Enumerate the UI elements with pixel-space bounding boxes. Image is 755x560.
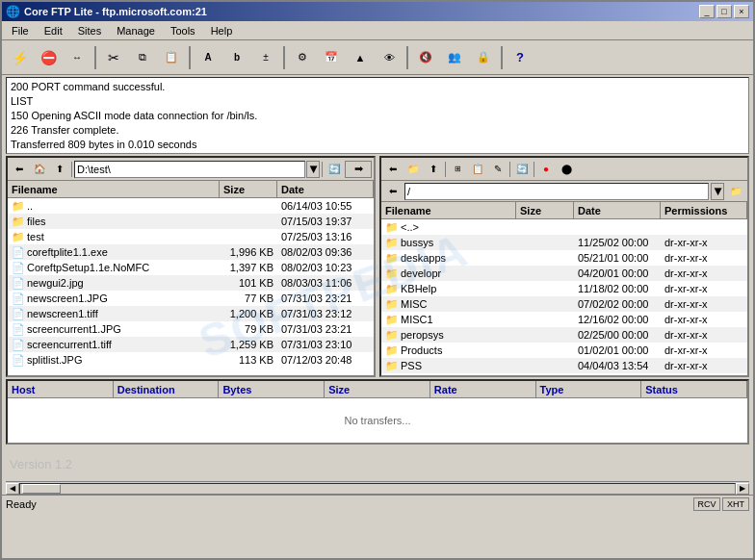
- left-path-input[interactable]: [74, 161, 305, 178]
- right-col-date[interactable]: Date: [574, 202, 661, 218]
- left-col-size[interactable]: Size: [220, 181, 277, 197]
- left-file-row[interactable]: 📄screencurrent1.tiff 1,259 KB 07/31/03 2…: [8, 337, 374, 352]
- toolbar-connect[interactable]: ⚡: [6, 44, 33, 71]
- transfer-col-rate[interactable]: Rate: [430, 381, 536, 397]
- title-bar: 🌐 Core FTP Lite - ftp.microsoft.com:21 _…: [2, 2, 753, 21]
- right-file-row[interactable]: 📁bussys 11/25/02 00:00 dr-xr-xr-x: [381, 235, 747, 250]
- close-button[interactable]: ×: [734, 5, 749, 18]
- right-file-row[interactable]: 📁peropsys 02/25/00 00:00 dr-xr-xr-x: [381, 327, 747, 343]
- right-file-row[interactable]: 📁Products 01/02/01 00:00 dr-xr-xr-x: [381, 343, 747, 358]
- toolbar-help[interactable]: ?: [507, 44, 534, 71]
- menu-file[interactable]: File: [6, 23, 35, 38]
- scrollbar-right[interactable]: ▶: [736, 483, 749, 495]
- right-file-row[interactable]: 📁ResKit 09/21/00 00:00 dr-xr-xr-x: [381, 373, 747, 375]
- right-path-input[interactable]: [404, 183, 709, 200]
- toolbar-ascii[interactable]: A: [195, 44, 221, 71]
- right-path-back[interactable]: ⬅: [383, 183, 403, 200]
- transfer-col-host[interactable]: Host: [8, 381, 114, 397]
- status-xht-button[interactable]: XHT: [722, 497, 749, 511]
- minimize-button[interactable]: _: [699, 5, 715, 18]
- left-file-row[interactable]: 📄coreftplite1.1.exe 1,996 KB 08/02/03 09…: [8, 244, 374, 260]
- menu-help[interactable]: Help: [205, 23, 239, 38]
- toolbar-mute[interactable]: 🔇: [412, 44, 439, 71]
- right-file-row[interactable]: 📁MISC 07/02/02 00:00 dr-xr-xr-x: [381, 296, 747, 312]
- right-col-perms[interactable]: Permissions: [661, 202, 747, 218]
- right-file-list[interactable]: 📁<..> 📁bussys 11/25/02 00:00 dr-xr-xr-x …: [381, 219, 747, 375]
- toolbar-view[interactable]: 👁: [376, 44, 403, 71]
- right-folder-icon[interactable]: 📁: [726, 183, 745, 200]
- right-btn4[interactable]: ✎: [488, 161, 508, 178]
- transfer-col-bytes[interactable]: Bytes: [219, 381, 325, 397]
- left-file-row[interactable]: 📄newscreen1.JPG 77 KB 07/31/03 23:21: [8, 291, 374, 306]
- main-toolbar: ⚡ ⛔ ↔ ✂ ⧉ 📋 A b ± ⚙ 📅 ▲ 👁 🔇 👥 🔒 ?: [2, 40, 753, 75]
- file-perms: dr-xr-xr-x: [661, 298, 747, 310]
- left-home-button[interactable]: 🏠: [30, 161, 49, 178]
- menu-manage[interactable]: Manage: [111, 23, 161, 38]
- right-btn5[interactable]: ●: [536, 161, 556, 178]
- menu-edit[interactable]: Edit: [39, 23, 68, 38]
- file-name: 📄screencurrent1.JPG: [8, 323, 220, 336]
- toolbar-users[interactable]: 👥: [441, 44, 468, 71]
- scrollbar-left[interactable]: ◀: [6, 483, 19, 495]
- toolbar-lock[interactable]: 🔒: [470, 44, 497, 71]
- right-back-button[interactable]: ⬅: [383, 161, 403, 178]
- toolbar-schedule[interactable]: 📅: [318, 44, 345, 71]
- right-path-dropdown[interactable]: ▼: [711, 183, 724, 200]
- right-folder-button[interactable]: 📁: [404, 161, 423, 178]
- left-col-date[interactable]: Date: [277, 181, 374, 197]
- transfer-col-dest[interactable]: Destination: [114, 381, 220, 397]
- left-up-button[interactable]: ⬆: [50, 161, 69, 178]
- transfer-col-size[interactable]: Size: [325, 381, 430, 397]
- right-file-row[interactable]: 📁PSS 04/04/03 13:54 dr-xr-xr-x: [381, 358, 747, 373]
- right-btn3[interactable]: 📋: [468, 161, 487, 178]
- left-file-row[interactable]: 📄screencurrent1.JPG 79 KB 07/31/03 23:21: [8, 321, 374, 337]
- transfer-col-status[interactable]: Status: [641, 381, 747, 397]
- right-refresh-button[interactable]: 🔄: [512, 161, 532, 178]
- left-file-row[interactable]: 📁files 07/15/03 19:37: [8, 214, 374, 229]
- right-file-row[interactable]: 📁KBHelp 11/18/02 00:00 dr-xr-xr-x: [381, 281, 747, 296]
- right-col-filename[interactable]: Filename: [381, 202, 516, 218]
- toolbar-paste[interactable]: 📋: [158, 44, 185, 71]
- left-file-row[interactable]: 📄newgui2.jpg 101 KB 08/03/03 11:06: [8, 275, 374, 291]
- left-path-dropdown[interactable]: ▼: [306, 161, 320, 178]
- toolbar-auto[interactable]: ±: [252, 44, 279, 71]
- left-file-row[interactable]: 📁.. 06/14/03 10:55: [8, 198, 374, 214]
- right-file-row[interactable]: 📁MISC1 12/16/02 00:00 dr-xr-xr-x: [381, 312, 747, 327]
- file-date: 08/02/03 09:36: [277, 246, 374, 258]
- left-file-row[interactable]: 📄newscreen1.tiff 1,200 KB 07/31/03 23:12: [8, 306, 374, 321]
- right-btn2[interactable]: ⊞: [448, 161, 467, 178]
- right-btn6[interactable]: ⬤: [557, 161, 576, 178]
- log-line-4: 226 Transfer complete.: [11, 123, 744, 138]
- right-file-row[interactable]: 📁<..>: [381, 219, 747, 235]
- left-file-row[interactable]: 📄CoreftpSetup1.1e.NoMFC 1,397 KB 08/02/0…: [8, 260, 374, 275]
- left-back-button[interactable]: ⬅: [10, 161, 29, 178]
- maximize-button[interactable]: □: [716, 5, 732, 18]
- toolbar-cut[interactable]: ✂: [100, 44, 127, 71]
- left-file-row[interactable]: 📁test 07/25/03 13:16: [8, 229, 374, 244]
- left-go-button[interactable]: ➡: [345, 161, 372, 178]
- toolbar-disconnect[interactable]: ⛔: [35, 44, 62, 71]
- bottom-scrollbar[interactable]: ◀ ▶: [6, 481, 749, 495]
- left-refresh-button[interactable]: 🔄: [325, 161, 344, 178]
- sep2: [189, 46, 191, 69]
- scrollbar-thumb[interactable]: [22, 484, 61, 494]
- scrollbar-track[interactable]: [19, 483, 736, 495]
- menu-sites[interactable]: Sites: [72, 23, 107, 38]
- toolbar-binary[interactable]: b: [223, 44, 250, 71]
- menu-tools[interactable]: Tools: [165, 23, 201, 38]
- file-date: 02/25/00 00:00: [574, 329, 661, 341]
- log-area[interactable]: 200 PORT command successful. LIST 150 Op…: [6, 77, 749, 154]
- left-col-filename[interactable]: Filename: [8, 181, 220, 197]
- status-rcv-button[interactable]: RCV: [693, 497, 720, 511]
- right-col-size[interactable]: Size: [516, 202, 574, 218]
- right-file-row[interactable]: 📁deskapps 05/21/01 00:00 dr-xr-xr-x: [381, 250, 747, 266]
- toolbar-upload[interactable]: ▲: [347, 44, 374, 71]
- right-file-row[interactable]: 📁developr 04/20/01 00:00 dr-xr-xr-x: [381, 266, 747, 281]
- left-file-row[interactable]: 📄splitlist.JPG 113 KB 07/12/03 20:48: [8, 352, 374, 368]
- toolbar-copy[interactable]: ⧉: [129, 44, 156, 71]
- toolbar-settings[interactable]: ⚙: [289, 44, 316, 71]
- left-file-list[interactable]: 📁.. 06/14/03 10:55 📁files 07/15/03 19:37…: [8, 198, 374, 375]
- right-up-button[interactable]: ⬆: [424, 161, 443, 178]
- toolbar-cancel[interactable]: ↔: [64, 44, 91, 71]
- transfer-col-type[interactable]: Type: [536, 381, 642, 397]
